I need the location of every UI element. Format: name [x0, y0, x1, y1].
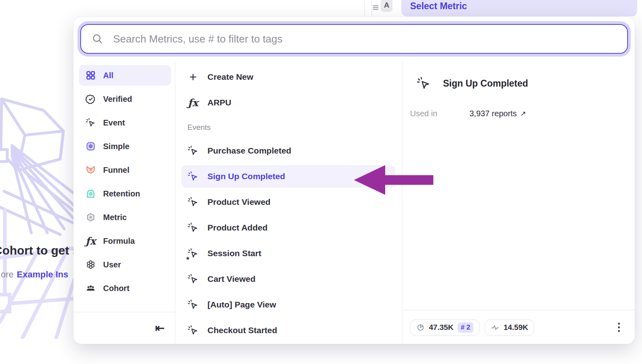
list-item-label: Sign Up Completed: [207, 172, 285, 181]
list-item-label: Session Start: [207, 249, 261, 258]
sidebar-item-event[interactable]: Event: [79, 112, 171, 133]
star-glyph: ★: [186, 256, 190, 261]
sidebar-item-label: User: [103, 260, 121, 269]
list-item-session-start[interactable]: ★ Session Start: [181, 242, 399, 265]
stat-value: 14.59K: [504, 323, 528, 332]
panel-divider: [364, 0, 365, 17]
metric-detail-panel: Sign Up Completed Used in 3,937 reports …: [402, 62, 635, 344]
funnel-icon: [85, 165, 96, 175]
plus-icon: +: [187, 71, 199, 83]
sidebar-item-funnel[interactable]: Funnel: [79, 160, 171, 180]
wireframe-illustration: [0, 90, 75, 339]
list-item-product-added[interactable]: Product Added: [181, 216, 399, 239]
event-cursor-icon: [187, 196, 199, 208]
external-link-arrow-icon: ↗: [520, 109, 526, 118]
events-section-header: Events: [181, 119, 399, 135]
list-item-purchase-completed[interactable]: Purchase Completed: [181, 140, 399, 162]
search-box[interactable]: [80, 24, 628, 54]
sidebar-item-simple[interactable]: Simple: [79, 136, 171, 157]
formula-icon: ƒx: [187, 97, 199, 108]
used-in-reports-link[interactable]: 3,937 reports ↗: [469, 109, 526, 118]
sidebar-item-label: Formula: [103, 237, 135, 246]
list-item-label: Product Viewed: [207, 197, 270, 207]
stat-pill-total[interactable]: 47.35K # 2: [410, 320, 479, 336]
used-in-value: 3,937 reports: [469, 109, 517, 118]
stat-pill-activity[interactable]: 14.59K: [485, 320, 534, 336]
event-cursor-icon: [187, 171, 199, 182]
list-item-label: Product Added: [207, 223, 268, 233]
background-headline: Cohort to get s: [0, 244, 79, 257]
rank-badge: # 2: [457, 322, 473, 333]
category-sidebar: All Verified Event Simple Funnel: [73, 62, 175, 344]
user-icon: [85, 259, 96, 270]
drag-handle-icon[interactable]: [373, 4, 380, 13]
event-cursor-icon: [187, 145, 199, 156]
list-item-label: Cart Viewed: [207, 274, 256, 284]
formula-icon: ƒx: [85, 236, 96, 246]
simple-metric-icon: [85, 141, 96, 152]
sidebar-item-label: Retention: [103, 189, 140, 198]
used-in-label: Used in: [410, 109, 469, 118]
used-in-row: Used in 3,937 reports ↗: [410, 109, 627, 118]
metric-list: + Create New ƒx ARPU Events Purchase Com…: [175, 62, 402, 344]
collapse-sidebar-button[interactable]: ⇤: [155, 323, 165, 334]
search-icon: [91, 33, 104, 45]
grid-icon: [85, 70, 96, 81]
list-item-label: Checkout Started: [207, 326, 277, 335]
event-cursor-icon: [187, 325, 199, 336]
detail-footer: 47.35K # 2 14.59K ⋮: [402, 310, 635, 344]
background-link-prefix: ore: [1, 269, 14, 279]
search-focus-ring: [77, 21, 631, 57]
sidebar-item-label: Verified: [103, 95, 132, 104]
sidebar-item-label: Cohort: [103, 284, 130, 293]
retention-icon: [85, 188, 96, 199]
sidebar-item-all[interactable]: All: [79, 65, 171, 86]
verified-badge-icon: [85, 94, 96, 104]
detail-title: Sign Up Completed: [443, 78, 528, 89]
dialog-columns: All Verified Event Simple Funnel: [73, 62, 635, 344]
metric-hexagon-icon: [85, 212, 96, 222]
sidebar-item-label: All: [103, 71, 114, 80]
event-cursor-star-icon: ★: [187, 248, 199, 259]
event-cursor-icon: [85, 117, 96, 128]
pie-chart-icon: [416, 323, 425, 332]
panel-divider: [372, 0, 372, 17]
background-link-line: oreExample Ins: [1, 269, 68, 280]
list-item-checkout-started[interactable]: Checkout Started: [181, 319, 399, 342]
sidebar-item-user[interactable]: User: [79, 254, 171, 275]
sidebar-item-label: Event: [103, 118, 125, 127]
search-input[interactable]: [112, 32, 617, 46]
list-item-label: [Auto] Page View: [207, 300, 276, 309]
select-metric-label: Select Metric: [410, 1, 467, 12]
list-item-arpu[interactable]: ƒx ARPU: [181, 91, 399, 114]
event-cursor-icon: [187, 222, 199, 233]
list-item-cart-viewed[interactable]: Cart Viewed: [181, 268, 399, 290]
stat-value: 47.35K: [429, 323, 453, 332]
list-item-label: Create New: [207, 72, 253, 82]
example-insights-link[interactable]: Example Ins: [17, 269, 68, 279]
list-item-label: ARPU: [207, 98, 232, 107]
detail-header: Sign Up Completed: [410, 76, 627, 91]
sidebar-item-label: Metric: [103, 213, 127, 222]
event-cursor-icon: [187, 299, 199, 310]
event-cursor-icon: [416, 76, 431, 91]
select-metric-button[interactable]: Select Metric: [401, 0, 637, 16]
create-new-button[interactable]: + Create New: [181, 66, 399, 88]
sidebar-footer: ⇤: [73, 312, 175, 344]
more-options-button[interactable]: ⋮: [614, 322, 624, 333]
list-item-auto-page-view[interactable]: [Auto] Page View: [181, 293, 399, 316]
metric-picker-screen: Cohort to get s oreExample Ins A Select …: [0, 0, 642, 364]
event-cursor-icon: [187, 273, 199, 285]
sidebar-item-verified[interactable]: Verified: [79, 89, 171, 109]
sidebar-item-cohort[interactable]: Cohort: [79, 278, 171, 299]
cohort-icon: [85, 283, 96, 293]
sidebar-item-metric[interactable]: Metric: [79, 207, 171, 228]
sidebar-item-label: Simple: [103, 142, 130, 151]
annotation-arrow: [352, 164, 434, 196]
sidebar-item-retention[interactable]: Retention: [79, 183, 171, 204]
sidebar-item-label: Funnel: [103, 166, 130, 175]
list-item-label: Purchase Completed: [207, 146, 291, 156]
sidebar-item-formula[interactable]: ƒx Formula: [79, 231, 171, 251]
activity-icon: [491, 323, 500, 332]
metric-letter-badge: A: [381, 0, 392, 12]
